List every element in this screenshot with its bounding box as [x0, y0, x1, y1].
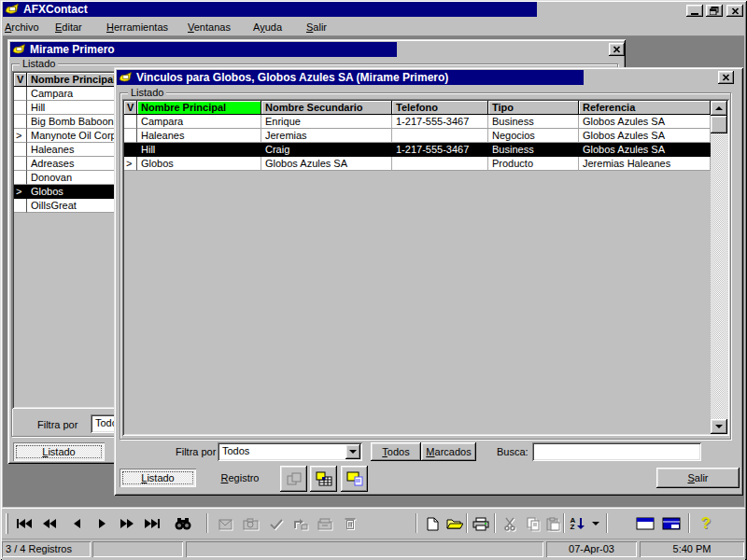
nav-first-button[interactable]: [13, 512, 35, 535]
w2-todos-button[interactable]: Todos: [371, 442, 421, 461]
restore-icon: [710, 7, 719, 15]
column-header-referencia[interactable]: Referencia: [579, 101, 711, 115]
w2-titlebar[interactable]: Vinculos para Globos, Globos Azules SA (…: [117, 70, 584, 85]
close-icon: [731, 7, 740, 15]
restore-button[interactable]: [706, 5, 723, 17]
w1-close-button[interactable]: [609, 43, 625, 56]
column-header-nombre-principal[interactable]: Nombre Principal: [137, 101, 261, 115]
linked-doc-icon: [346, 471, 363, 486]
w2-listado-button[interactable]: Listado: [120, 469, 196, 487]
view-detail-button[interactable]: [658, 512, 684, 535]
cell: Globos: [137, 157, 261, 171]
close-button[interactable]: [726, 5, 743, 17]
linked-list-icon: [316, 471, 332, 486]
nav-last-button[interactable]: [141, 512, 163, 535]
toolbar-separator: [606, 513, 608, 533]
w1-group-label: Listado: [20, 59, 58, 69]
w2-filter-value: Todos: [222, 445, 249, 456]
w1-filter-label: Filtra por: [37, 419, 78, 430]
w2-link-button[interactable]: [280, 466, 307, 492]
w1-icon: [12, 43, 26, 56]
cut-button[interactable]: [498, 512, 522, 535]
w2-registro-button[interactable]: Registro: [201, 469, 279, 487]
w2-marcados-label: Marcados: [426, 446, 471, 457]
paste-button[interactable]: [541, 512, 565, 535]
help-button[interactable]: ?: [694, 512, 718, 535]
print-button[interactable]: [469, 512, 493, 535]
status-panel-1: [92, 541, 183, 557]
cell: Negocios: [488, 129, 579, 143]
minimize-icon: [691, 13, 698, 15]
table-row[interactable]: CamparaEnrique1-217-555-3467BusinessGlob…: [124, 115, 711, 129]
column-header-tipo[interactable]: Tipo: [488, 101, 579, 115]
cell: 1-217-555-3467: [392, 115, 488, 129]
nav-forward-button[interactable]: [116, 512, 138, 535]
open-folder-button[interactable]: [443, 512, 467, 535]
sort-az-button[interactable]: AZ: [566, 512, 589, 535]
w2-filter-combo[interactable]: Todos: [218, 442, 362, 461]
new-document-button[interactable]: [420, 512, 444, 535]
column-header-v[interactable]: V: [124, 101, 137, 115]
menu-ventanas[interactable]: Ventanas: [186, 21, 233, 33]
w1-close-icon: [613, 46, 621, 53]
w2-title: Vinculos para Globos, Globos Azules SA (…: [136, 71, 448, 84]
minimize-button[interactable]: [686, 5, 703, 17]
delete-trash-button[interactable]: [339, 512, 361, 535]
table-row[interactable]: HaleanesJeremiasNegociosGlobos Azules SA: [124, 129, 711, 143]
w2-scroll-up-button[interactable]: [711, 101, 727, 116]
app-icon: [5, 3, 20, 16]
row-marker-cell: [124, 129, 137, 143]
w2-busca-input[interactable]: [532, 442, 701, 461]
w1-listado-button[interactable]: Listado: [13, 442, 105, 461]
toolbar-separator: [563, 513, 565, 533]
w2-todos-label: Todos: [382, 446, 409, 457]
menu-ayuda[interactable]: Ayuda: [251, 21, 284, 33]
find-binoculars-button[interactable]: [171, 512, 195, 535]
view-list-button[interactable]: [632, 512, 657, 535]
archive-button[interactable]: [314, 512, 336, 535]
cell: Globos Azules SA: [579, 115, 711, 129]
w2-scroll-thumb[interactable]: [711, 116, 727, 133]
column-header-v[interactable]: V: [14, 73, 27, 87]
w2-close-button[interactable]: [718, 71, 734, 84]
w2-linked-list-button[interactable]: [310, 466, 337, 492]
attach-button[interactable]: [215, 512, 237, 535]
nav-rewind-button[interactable]: [38, 512, 61, 535]
row-marker-cell: [14, 171, 27, 185]
menu-bar: ArchivoEditarHerramientasVentanasAyudaSa…: [3, 18, 744, 35]
w2-marcados-button[interactable]: Marcados: [421, 442, 476, 461]
row-marker-cell: [14, 87, 27, 101]
w2-close-icon: [722, 74, 730, 81]
w1-titlebar[interactable]: Mirame Primero: [10, 42, 397, 57]
sort-dropdown-button[interactable]: [589, 512, 601, 535]
w2-filter-dropdown-button[interactable]: [345, 444, 360, 459]
toolbar-gripper[interactable]: [6, 513, 8, 534]
main-titlebar[interactable]: AFXContact: [3, 2, 537, 17]
cell: Haleanes: [137, 129, 261, 143]
menu-herramientas[interactable]: Herramientas: [105, 21, 170, 33]
w2-group-label: Listado: [128, 88, 166, 98]
photo-button[interactable]: [240, 512, 262, 535]
app-title: AFXContact: [23, 3, 88, 16]
revert-button[interactable]: [289, 512, 312, 535]
toolbar-separator: [688, 513, 690, 533]
nav-next-button[interactable]: [91, 512, 113, 535]
w2-linked-doc-button[interactable]: [341, 466, 368, 492]
cell: Business: [488, 143, 579, 157]
row-marker-cell: [14, 157, 27, 171]
confirm-button[interactable]: [265, 512, 288, 535]
nav-previous-button[interactable]: [65, 512, 88, 535]
w2-scroll-down-button[interactable]: [711, 419, 727, 434]
status-panel-2: [186, 541, 543, 557]
menu-archivo[interactable]: Archivo: [3, 21, 41, 33]
menu-editar[interactable]: Editar: [53, 21, 84, 33]
status-panel-3: 07-Apr-03: [546, 541, 637, 557]
column-header-telefono[interactable]: Telefono: [392, 101, 488, 115]
menu-salir[interactable]: Salir: [304, 21, 329, 33]
toolbar-separator: [494, 513, 496, 533]
table-row[interactable]: HillCraig1-217-555-3467BusinessGlobos Az…: [124, 143, 711, 157]
w2-salir-button[interactable]: Salir: [656, 468, 740, 488]
table-row[interactable]: >GlobosGlobos Azules SAProductoJeremias …: [124, 157, 711, 171]
w2-scrollbar[interactable]: [711, 101, 727, 434]
column-header-nombre-secundario[interactable]: Nombre Secundario: [261, 101, 392, 115]
